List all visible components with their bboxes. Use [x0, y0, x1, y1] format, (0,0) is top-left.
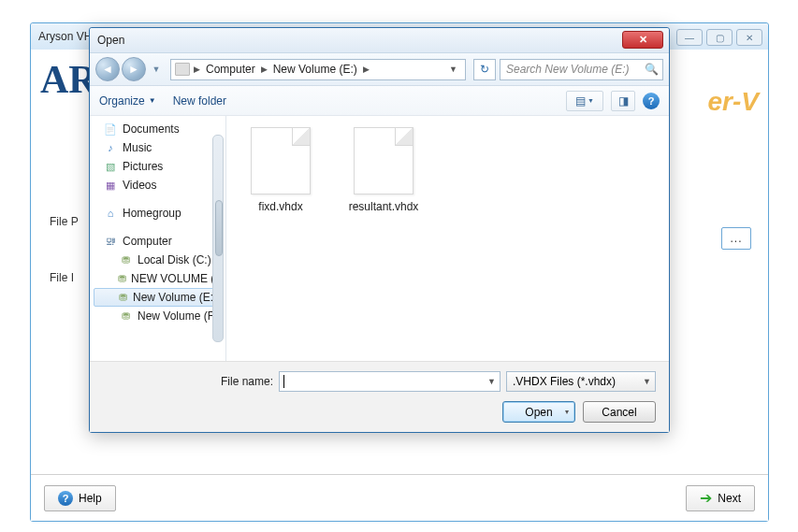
next-button[interactable]: ➔ Next — [686, 485, 755, 511]
chevron-down-icon: ▼ — [149, 96, 156, 105]
preview-pane-button[interactable]: ◨ — [611, 91, 635, 111]
help-icon-button[interactable]: ? — [643, 93, 660, 109]
split-chevron-icon: ▾ — [565, 408, 569, 416]
disk-icon: ⛃ — [118, 309, 133, 323]
tree-item-label: Pictures — [123, 160, 163, 173]
search-input[interactable]: Search New Volume (E:) 🔍 — [500, 59, 663, 80]
chevron-down-icon: ▼ — [643, 377, 651, 386]
tree-item[interactable]: ⛃New Volume (F:) — [90, 307, 225, 325]
help-button[interactable]: ? Help — [44, 485, 116, 511]
tree-item-label: New Volume (E:) — [133, 291, 217, 304]
tree-item[interactable]: ⌂Homegroup — [90, 204, 225, 223]
tree-item[interactable]: ⛃Local Disk (C:) — [90, 251, 225, 269]
tree-item-label: Computer — [123, 235, 172, 248]
tree-item-label: Music — [123, 141, 152, 154]
new-folder-button[interactable]: New folder — [173, 94, 226, 108]
dialog-toolbar: Organize ▼ New folder ▤▼ ◨ ? — [90, 86, 669, 116]
disk-icon: ⛃ — [119, 291, 128, 304]
file-list[interactable]: fixd.vhdxresultant.vhdx — [226, 116, 669, 361]
addressbar-dropdown-icon[interactable]: ▼ — [445, 65, 461, 74]
folder-tree[interactable]: 📄Documents♪Music▧Pictures▦Videos⌂Homegro… — [90, 116, 226, 361]
parent-footer: ? Help ➔ Next — [31, 474, 768, 521]
dialog-navbar: ◄ ► ▼ ▶ Computer ▶ New Volume (E:) ▶ ▼ ↻… — [90, 53, 669, 86]
home-icon: ⌂ — [103, 207, 118, 220]
open-button-label: Open — [525, 406, 552, 419]
file-item[interactable]: fixd.vhdx — [243, 127, 318, 213]
nav-back-button[interactable]: ◄ — [95, 57, 120, 81]
parent-title: Aryson VH — [38, 30, 92, 43]
filename-label: File name: — [103, 375, 273, 388]
music-icon: ♪ — [103, 141, 118, 154]
close-button[interactable]: ✕ — [736, 29, 762, 46]
search-icon: 🔍 — [645, 63, 659, 76]
breadcrumb-sep-icon: ▶ — [192, 65, 202, 74]
tree-item-label: NEW VOLUME (D — [131, 272, 223, 285]
arrow-right-icon: ➔ — [700, 489, 712, 507]
vid-icon: ▦ — [103, 179, 118, 192]
dialog-title: Open — [97, 34, 124, 47]
breadcrumb-sep-icon: ▶ — [361, 65, 371, 74]
new-folder-label: New folder — [173, 94, 226, 108]
organize-menu[interactable]: Organize ▼ — [99, 94, 156, 108]
chevron-down-icon: ▼ — [588, 97, 594, 104]
tree-item-label: New Volume (F:) — [138, 309, 221, 323]
view-mode-button[interactable]: ▤▼ — [566, 91, 603, 111]
tree-item[interactable]: 📄Documents — [90, 120, 225, 138]
doc-icon: 📄 — [103, 122, 118, 136]
dialog-titlebar[interactable]: Open ✕ — [90, 28, 669, 53]
view-icon: ▤ — [575, 94, 586, 108]
text-caret — [283, 375, 284, 388]
pic-icon: ▧ — [103, 160, 118, 173]
tree-item[interactable]: ♪Music — [90, 138, 225, 157]
search-placeholder: Search New Volume (E:) — [506, 63, 630, 76]
file-icon — [251, 127, 311, 194]
hyperv-text-fragment: er-V — [708, 87, 759, 117]
nav-history-dropdown[interactable]: ▼ — [150, 57, 163, 81]
comp-icon: 🖳 — [103, 235, 118, 248]
open-dialog: Open ✕ ◄ ► ▼ ▶ Computer ▶ New Volume (E:… — [89, 27, 670, 433]
computer-icon — [175, 63, 190, 76]
tree-item-label: Homegroup — [123, 207, 181, 220]
next-label: Next — [718, 492, 741, 505]
tree-item[interactable]: ⛃New Volume (E:) — [94, 288, 222, 307]
dialog-body: 📄Documents♪Music▧Pictures▦Videos⌂Homegro… — [90, 116, 669, 361]
breadcrumb-root[interactable]: Computer — [204, 63, 257, 76]
dialog-footer: File name: ▼ .VHDX Files (*.vhdx) ▼ Open… — [90, 361, 669, 432]
file-type-filter[interactable]: .VHDX Files (*.vhdx) ▼ — [506, 371, 656, 392]
browse-button[interactable]: ... — [721, 227, 751, 250]
minimize-button[interactable]: — — [676, 29, 703, 46]
file-info-label: File I — [50, 271, 74, 284]
cancel-button[interactable]: Cancel — [583, 401, 656, 423]
tree-item[interactable]: 🖳Computer — [90, 232, 225, 251]
tree-item[interactable]: ▧Pictures — [90, 157, 225, 176]
organize-label: Organize — [99, 94, 145, 108]
maximize-button[interactable]: ▢ — [706, 29, 733, 46]
dialog-close-button[interactable]: ✕ — [622, 31, 663, 49]
filter-label: .VHDX Files (*.vhdx) — [513, 375, 616, 388]
file-icon — [354, 127, 414, 194]
cancel-button-label: Cancel — [602, 406, 636, 419]
chevron-down-icon[interactable]: ▼ — [487, 377, 496, 386]
file-item[interactable]: resultant.vhdx — [346, 127, 421, 213]
file-path-label: File P — [50, 215, 79, 228]
breadcrumb-current[interactable]: New Volume (E:) — [271, 63, 359, 76]
open-button[interactable]: Open ▾ — [502, 401, 575, 423]
disk-icon: ⛃ — [118, 272, 126, 285]
tree-item[interactable]: ⛃NEW VOLUME (D — [90, 269, 225, 288]
tree-item-label: Documents — [123, 122, 180, 136]
tree-item-label: Local Disk (C:) — [138, 253, 211, 266]
nav-forward-button[interactable]: ► — [122, 57, 146, 81]
help-label: Help — [79, 492, 102, 505]
tree-item[interactable]: ▦Videos — [90, 176, 225, 194]
file-label: fixd.vhdx — [258, 200, 302, 213]
tree-item-label: Videos — [123, 179, 156, 192]
filename-input[interactable]: ▼ — [279, 371, 501, 392]
parent-window-controls: — ▢ ✕ — [676, 29, 762, 46]
file-label: resultant.vhdx — [349, 200, 419, 213]
refresh-button[interactable]: ↻ — [473, 59, 496, 80]
disk-icon: ⛃ — [118, 253, 133, 266]
breadcrumb-sep-icon: ▶ — [259, 65, 269, 74]
scrollbar-thumb[interactable] — [215, 200, 223, 256]
address-bar[interactable]: ▶ Computer ▶ New Volume (E:) ▶ ▼ — [170, 59, 466, 80]
preview-icon: ◨ — [618, 94, 629, 108]
